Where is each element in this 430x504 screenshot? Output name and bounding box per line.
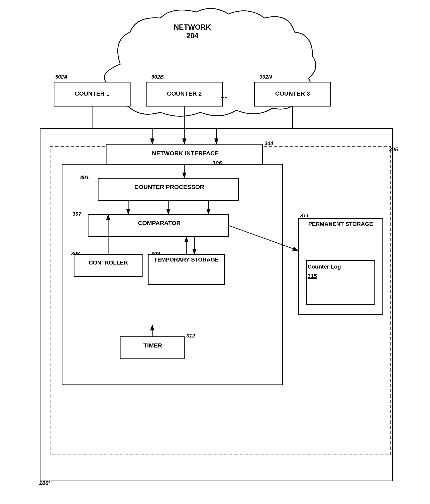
network-label: NETWORK [172,23,212,31]
perm-storage-ref: 311 [300,212,309,219]
counter-log-ref: 315 [308,273,317,279]
timer-label: TIMER [122,342,183,349]
ref306: 306 [212,160,222,166]
svg-rect-3 [62,164,283,385]
counter-processor-label: COUNTER PROCESSOR [101,184,237,190]
counter1-label: COUNTER 1 [59,90,125,97]
svg-rect-2 [50,146,391,455]
controller-label: CONTROLLER [76,260,141,266]
network-interface-ref: 304 [264,140,273,146]
comparator-label: COMPARATOR [91,220,227,226]
timer-ref: 312 [186,333,195,339]
svg-line-26 [228,225,298,251]
ellipsis: ... [220,91,227,100]
counter-processor-ref: 401 [80,174,89,180]
network-number: 204 [172,32,212,40]
comparator-ref: 307 [72,211,81,217]
temp-storage-label: TEMPORARY STORAGE [149,256,224,263]
counter2-label: COUNTER 2 [150,90,218,97]
system-ref: 100' [39,480,50,486]
ref305: 305 [389,146,398,153]
counter-log-label: Counter Log [308,263,341,270]
temp-storage-ref: 309 [151,251,160,257]
counter1-ref: 302A [55,74,68,80]
svg-rect-1 [40,128,393,481]
network-interface-label: NETWORK INTERFACE [109,150,261,157]
counter3-label: COUNTER 3 [257,90,329,97]
perm-storage-label: PERMANENT STORAGE [300,220,382,228]
controller-ref: 308 [71,251,80,257]
counter2-ref: 302B [151,74,164,80]
counter3-ref: 302N [260,74,272,80]
